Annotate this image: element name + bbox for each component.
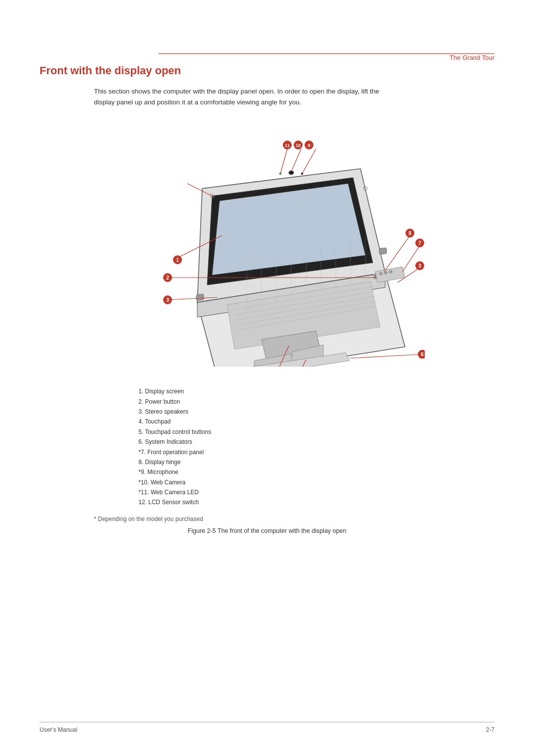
svg-text:2: 2 <box>166 275 169 281</box>
figure-caption: Figure 2-5 The front of the computer wit… <box>40 527 494 534</box>
header-title: The Grand Tour <box>449 54 494 61</box>
page-container: The Grand Tour Front with the display op… <box>0 0 534 756</box>
caption-item-5: 5. Touchpad control buttons <box>138 427 494 437</box>
svg-text:1: 1 <box>176 257 179 263</box>
footer-divider <box>40 722 494 722</box>
caption-item-8: 8. Display hinge <box>138 457 494 467</box>
svg-text:9: 9 <box>308 143 310 148</box>
caption-item-4: 4. Touchpad <box>138 417 494 426</box>
svg-text:6: 6 <box>421 352 424 357</box>
caption-item-2: 2. Power button <box>138 397 494 407</box>
svg-text:11: 11 <box>285 143 290 148</box>
caption-item-1: 1. Display screen <box>138 386 494 396</box>
svg-text:10: 10 <box>296 143 301 148</box>
svg-text:3: 3 <box>418 263 421 269</box>
caption-list: 1. Display screen 2. Power button 3. Ste… <box>138 386 494 508</box>
intro-text: This section shows the computer with the… <box>94 86 400 107</box>
svg-line-68 <box>302 149 316 174</box>
svg-text:3: 3 <box>166 297 169 303</box>
svg-text:8: 8 <box>408 231 411 236</box>
diagram-area: 1 2 3 3 4 <box>40 119 494 377</box>
header-divider <box>158 53 494 54</box>
svg-rect-24 <box>379 248 387 254</box>
caption-item-6: 6. System Indicators <box>138 437 494 447</box>
section-title: Front with the display open <box>40 64 494 77</box>
svg-rect-33 <box>384 272 387 275</box>
svg-text:7: 7 <box>418 240 421 246</box>
svg-rect-23 <box>196 294 204 300</box>
caption-item-3: 3. Stereo speakers <box>138 407 494 417</box>
svg-line-69 <box>291 149 301 172</box>
svg-rect-32 <box>379 273 382 276</box>
svg-rect-34 <box>389 271 392 274</box>
svg-point-36 <box>290 172 293 174</box>
footer-right: 2-7 <box>486 726 494 733</box>
caption-item-12: 12. LCD Sensor switch <box>138 497 494 507</box>
caption-item-9: *9. Microphone <box>138 467 494 477</box>
caption-item-11: *11. Web Camera LED <box>138 487 494 497</box>
header-section: The Grand Tour <box>449 53 494 61</box>
svg-line-59 <box>350 354 422 358</box>
caption-item-7: *7. Front operation panel <box>138 447 494 457</box>
main-content: Front with the display open This section… <box>40 64 494 554</box>
footer-left: User's Manual <box>40 726 77 733</box>
laptop-diagram: 1 2 3 3 4 <box>138 119 425 367</box>
svg-line-70 <box>280 149 287 174</box>
footnote: * Depending on the model you purchased <box>94 516 494 522</box>
caption-item-10: *10. Web Camera <box>138 477 494 487</box>
